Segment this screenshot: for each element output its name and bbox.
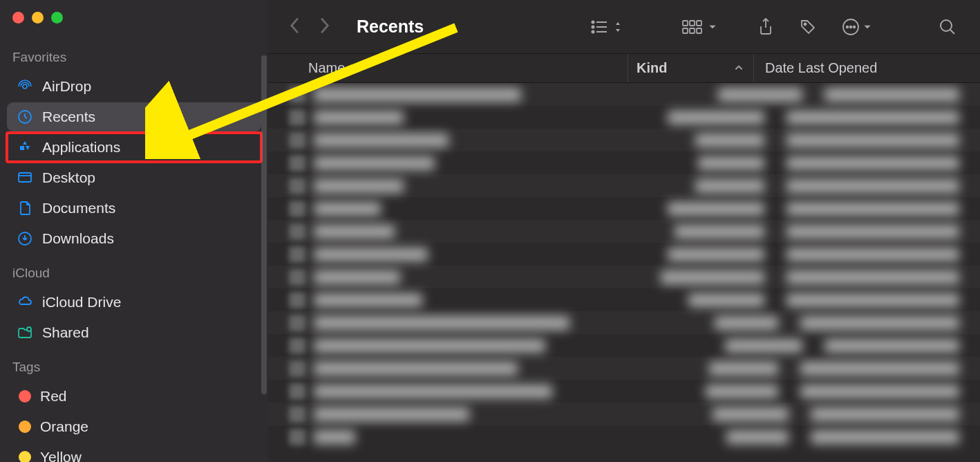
sidebar-item-label: Downloads (42, 230, 114, 247)
sidebar-item-label: Yellow (40, 449, 82, 462)
file-name-blurred (314, 156, 435, 170)
window-title: Recents (357, 17, 424, 37)
file-row[interactable] (268, 129, 980, 151)
tag-dot-icon (19, 451, 31, 462)
file-icon (289, 132, 305, 149)
sidebar-section-tags: Tags (12, 360, 268, 375)
sidebar-item-tag-orange[interactable]: Orange (7, 412, 261, 441)
file-date-blurred (786, 179, 959, 193)
svg-rect-2 (19, 173, 31, 182)
file-row[interactable] (268, 425, 980, 448)
file-kind-blurred (726, 430, 789, 444)
sidebar-item-label: Red (40, 388, 67, 405)
file-date-blurred (786, 156, 959, 170)
file-name-blurred (314, 111, 404, 124)
file-kind-blurred (725, 339, 802, 353)
file-date-blurred (786, 202, 959, 216)
view-list-button[interactable] (587, 16, 625, 38)
sidebar-item-label: Orange (40, 418, 88, 435)
file-icon (289, 383, 305, 400)
file-row[interactable] (268, 174, 980, 197)
sidebar-item-downloads[interactable]: Downloads (7, 224, 261, 253)
file-kind-blurred (715, 316, 778, 330)
sidebar-item-label: Documents (42, 200, 115, 216)
sidebar-item-label: iCloud Drive (42, 294, 121, 311)
file-date-blurred (786, 293, 959, 307)
file-row[interactable] (268, 311, 980, 334)
more-button[interactable] (839, 15, 875, 39)
sidebar-item-label: Recents (42, 109, 95, 125)
file-row[interactable] (268, 380, 980, 403)
file-row[interactable] (268, 83, 980, 106)
column-kind[interactable]: Kind (628, 54, 753, 82)
file-row[interactable] (268, 357, 980, 380)
file-date-blurred (786, 111, 959, 124)
svg-point-0 (23, 84, 27, 89)
forward-button[interactable] (318, 17, 330, 37)
sidebar-section-icloud: iCloud (12, 266, 268, 281)
sidebar-scrollbar[interactable] (261, 55, 267, 394)
desktop-icon (17, 169, 33, 186)
file-date-blurred (800, 362, 959, 376)
sidebar-item-label: Desktop (42, 169, 95, 186)
group-button[interactable] (679, 16, 720, 38)
column-name[interactable]: Name (268, 60, 628, 76)
column-date[interactable]: Date Last Opened (753, 54, 980, 82)
tag-dot-icon (19, 390, 31, 403)
file-row[interactable] (268, 334, 980, 357)
file-icon (289, 292, 305, 308)
file-date-blurred (800, 385, 959, 398)
file-kind-blurred (695, 133, 764, 147)
file-kind-blurred (698, 156, 764, 170)
file-kind-blurred (661, 270, 764, 284)
file-icon (289, 269, 305, 286)
svg-rect-15 (690, 28, 695, 33)
sidebar-item-airdrop[interactable]: AirDrop (7, 72, 261, 101)
close-window-button[interactable] (12, 12, 24, 24)
minimize-window-button[interactable] (32, 12, 44, 24)
svg-rect-13 (697, 21, 701, 26)
sidebar-item-tag-red[interactable]: Red (7, 382, 261, 411)
file-kind-blurred (675, 225, 764, 239)
sidebar-item-icloud-drive[interactable]: iCloud Drive (7, 288, 261, 317)
sidebar-item-documents[interactable]: Documents (7, 194, 261, 223)
file-row[interactable] (268, 151, 980, 174)
toolbar: Recents (268, 0, 980, 54)
sidebar-item-tag-yellow[interactable]: Yellow (7, 443, 261, 462)
zoom-window-button[interactable] (51, 12, 63, 24)
file-row[interactable] (268, 197, 980, 220)
file-date-blurred (811, 430, 959, 444)
file-row[interactable] (268, 266, 980, 288)
file-name-blurred (314, 202, 381, 216)
file-row[interactable] (268, 243, 980, 266)
back-button[interactable] (289, 17, 301, 37)
svg-rect-12 (690, 21, 695, 26)
file-row[interactable] (268, 106, 980, 129)
sidebar-section-favorites: Favorites (12, 50, 268, 65)
svg-point-19 (847, 26, 849, 28)
file-icon (289, 338, 305, 354)
file-name-blurred (314, 362, 518, 376)
search-button[interactable] (936, 15, 959, 39)
file-date-blurred (786, 248, 959, 261)
svg-point-4 (27, 327, 31, 331)
tags-button[interactable] (796, 15, 820, 39)
file-kind-blurred (709, 362, 778, 376)
sidebar-item-recents[interactable]: Recents (7, 102, 261, 131)
file-row[interactable] (268, 288, 980, 311)
file-date-blurred (786, 270, 959, 284)
file-icon (289, 223, 305, 240)
airdrop-icon (17, 78, 33, 95)
svg-point-9 (592, 30, 594, 33)
sidebar-item-label: Shared (42, 324, 89, 341)
file-icon (289, 178, 305, 194)
sidebar-item-applications[interactable]: Applications (7, 133, 261, 162)
file-row[interactable] (268, 403, 980, 425)
file-icon (289, 315, 305, 331)
sidebar-item-shared[interactable]: Shared (7, 318, 261, 347)
file-name-blurred (314, 179, 404, 193)
file-icon (289, 406, 305, 423)
file-row[interactable] (268, 220, 980, 243)
sidebar-item-desktop[interactable]: Desktop (7, 163, 261, 192)
share-button[interactable] (755, 15, 777, 39)
